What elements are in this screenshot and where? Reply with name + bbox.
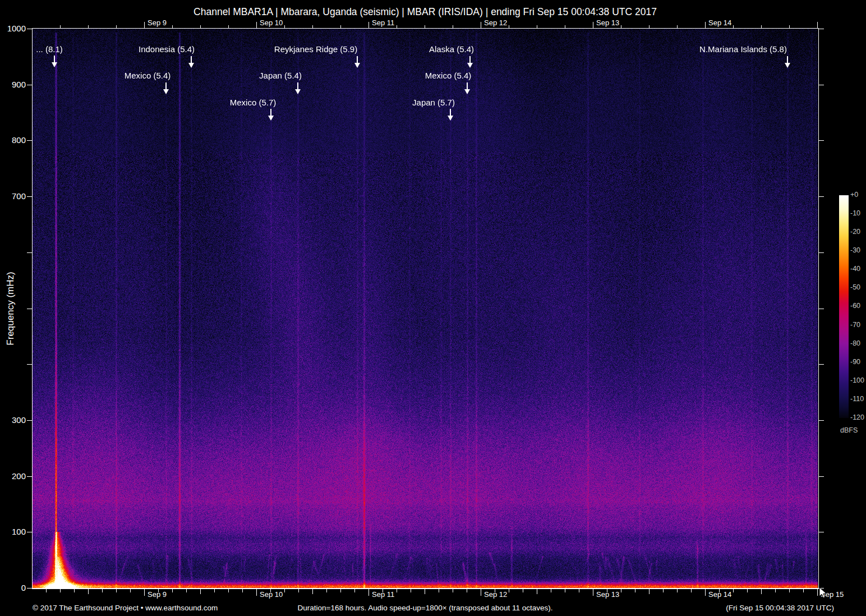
x-axis-tick-top [565, 25, 565, 28]
x-axis-tick-bottom [621, 589, 621, 592]
event-arrow-head [295, 89, 301, 94]
x-axis-tick-bottom [677, 589, 678, 592]
x-axis-tick-top [340, 25, 341, 28]
y-axis-tick-right [819, 364, 824, 365]
spectrogram-canvas [33, 29, 818, 588]
y-axis-tick [27, 309, 32, 309]
x-axis-tick-bottom [214, 589, 215, 592]
x-axis-tick-bottom [60, 589, 61, 592]
x-axis-tick-bottom [116, 589, 117, 592]
x-axis-tick-top [116, 25, 117, 28]
x-axis-tick-bottom [691, 589, 692, 592]
y-axis-tick-label: 0 [0, 583, 26, 592]
y-axis-tick-right [819, 420, 824, 421]
y-axis-tick [27, 252, 32, 253]
x-axis-tick-top [453, 25, 453, 28]
x-axis-label-bottom: Sep 9 [148, 590, 167, 599]
x-axis-tick-bottom [439, 589, 439, 592]
x-axis-tick-bottom [593, 589, 593, 596]
event-arrow-head [52, 62, 57, 67]
x-axis-label-top: Sep 10 [260, 19, 283, 27]
event-label: Mexico (5.7) [230, 98, 277, 107]
event-arrow-icon [163, 82, 169, 94]
colorbar-title: dBFS [840, 426, 858, 434]
event-arrow-head [268, 116, 274, 121]
x-axis-tick-bottom [74, 589, 75, 592]
y-axis-tick-right [819, 532, 824, 532]
event-label: ... (8.1) [36, 44, 63, 54]
x-axis-tick-bottom [733, 589, 734, 592]
x-axis-tick-bottom [298, 589, 299, 592]
x-axis-tick-bottom [803, 589, 804, 592]
y-axis-tick-label: 900 [0, 80, 26, 89]
x-axis-tick-top [312, 25, 313, 28]
footer-duration-note: Duration=168 hours. Audio speed-up=1800×… [33, 604, 818, 612]
y-axis-tick-label: 100 [0, 527, 26, 536]
y-axis-tick [27, 85, 32, 85]
event-label: Reykjanes Ridge (5.9) [274, 44, 357, 54]
event-label: Mexico (5.4) [425, 71, 472, 80]
x-axis-tick-bottom [579, 589, 579, 592]
x-axis-label-top: Sep 12 [484, 19, 507, 27]
x-axis-tick-top [509, 25, 509, 28]
x-axis-label-bottom: Sep 14 [708, 590, 731, 599]
x-axis-tick-bottom [102, 589, 103, 592]
y-axis-tick [27, 532, 32, 532]
x-axis-tick-bottom [326, 589, 327, 592]
x-axis-tick-top [649, 25, 650, 28]
x-axis-tick-bottom [340, 589, 341, 592]
event-label: Mexico (5.4) [125, 71, 171, 80]
x-axis-tick-bottom [565, 589, 565, 592]
event-arrow-icon [188, 56, 194, 68]
x-axis-tick-bottom [775, 589, 776, 592]
x-axis-tick-bottom [509, 589, 509, 592]
x-axis-tick-top [425, 25, 425, 28]
x-axis-tick-top [705, 22, 706, 28]
x-axis-tick-top [481, 22, 481, 28]
event-arrow-head [448, 116, 453, 121]
plot-border-top [32, 28, 819, 29]
x-axis-tick-bottom [312, 589, 313, 594]
event-arrow-icon [785, 56, 790, 68]
x-axis-label-top: Sep 14 [708, 19, 731, 27]
colorbar-tick-label: -80 [850, 339, 860, 347]
event-arrow-head [464, 89, 470, 94]
x-axis-tick-bottom [46, 589, 47, 592]
y-axis-tick [27, 476, 32, 477]
event-arrow-head [785, 63, 790, 68]
colorbar-tick-label: -50 [850, 283, 860, 291]
colorbar-tick-label: -120 [850, 413, 864, 421]
x-axis-label-bottom: Sep 12 [484, 590, 507, 599]
plot-border-right [818, 28, 819, 588]
page-title: Channel MBAR1A | Mbarara, Uganda (seismi… [33, 6, 818, 18]
y-axis-tick [27, 420, 32, 421]
x-axis-label-bottom: Sep 13 [596, 590, 619, 599]
x-axis-tick-bottom [144, 589, 145, 596]
y-axis-tick [27, 196, 32, 197]
x-axis-tick-bottom [817, 589, 818, 596]
colorbar-tick-label: -40 [850, 265, 860, 273]
x-axis-tick-bottom [256, 589, 257, 596]
x-axis-tick-top [677, 25, 678, 28]
y-axis-tick-right [819, 29, 824, 29]
event-arrow-head [188, 63, 194, 68]
x-axis-tick-top [368, 22, 369, 28]
x-axis-tick-top [88, 25, 89, 28]
y-axis-tick-right [819, 476, 824, 477]
colorbar-tick-label: -100 [850, 376, 864, 384]
x-axis-tick-bottom [411, 589, 411, 592]
x-axis-tick-top [144, 22, 145, 28]
colorbar-tick-label: -110 [850, 395, 864, 403]
x-axis-label-top: Sep 13 [596, 19, 619, 27]
x-axis-tick-top [200, 25, 201, 28]
event-arrow-icon [464, 82, 470, 94]
colorbar-tick-label: -60 [850, 302, 860, 310]
y-axis-tick-label: 1000 [0, 24, 26, 33]
x-axis-tick-bottom [467, 589, 467, 592]
x-axis-tick-top [733, 25, 734, 28]
y-axis-tick [27, 140, 32, 141]
x-axis-tick-top [537, 25, 537, 28]
x-axis-tick-bottom [663, 589, 664, 592]
event-arrow-icon [268, 109, 274, 121]
colorbar-tick-label: -20 [850, 228, 860, 236]
